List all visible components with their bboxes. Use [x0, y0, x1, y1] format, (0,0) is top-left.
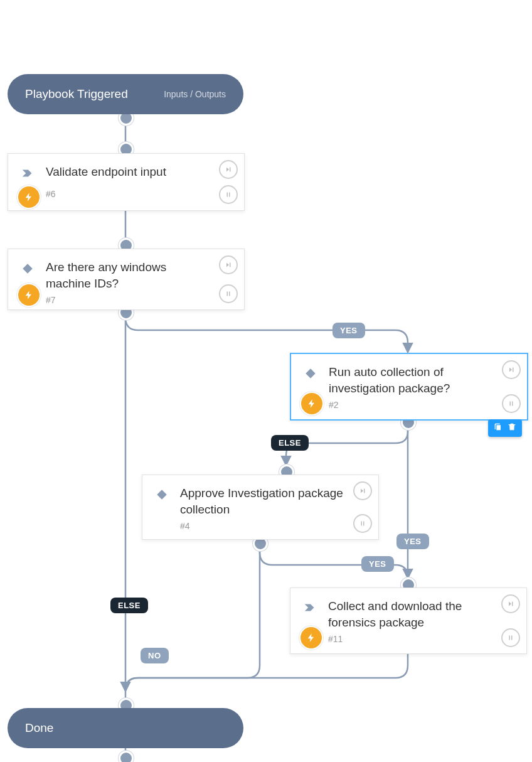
trash-icon[interactable]: [507, 422, 517, 434]
end-title: Done: [8, 721, 53, 735]
chevron-icon: [16, 161, 40, 185]
chevron-icon: [298, 596, 322, 620]
task-label: Collect and download the forensics packa…: [328, 598, 491, 630]
pause-button[interactable]: [219, 284, 238, 303]
branch-yes: YES: [332, 323, 365, 338]
svg-rect-2: [157, 490, 167, 500]
diamond-icon: [150, 483, 174, 507]
skip-button[interactable]: [501, 594, 520, 613]
pause-button[interactable]: [502, 394, 521, 413]
svg-rect-1: [306, 368, 316, 378]
task-id: #7: [46, 295, 244, 305]
task-label: Validate endpoint input: [46, 164, 209, 180]
branch-yes: YES: [396, 534, 429, 549]
pause-button[interactable]: [501, 628, 520, 647]
task-label: Run auto collection of investigation pac…: [329, 364, 492, 396]
lightning-icon: [300, 392, 324, 416]
skip-button[interactable]: [219, 160, 238, 179]
start-title: Playbook Triggered: [8, 87, 128, 101]
branch-no: NO: [141, 648, 169, 663]
condition-windows-ids[interactable]: Are there any windows machine IDs? #7: [8, 249, 245, 310]
condition-auto-collection[interactable]: Run auto collection of investigation pac…: [290, 353, 528, 421]
task-approve-collection[interactable]: Approve Investigation package collection…: [142, 475, 379, 540]
skip-button[interactable]: [502, 360, 521, 379]
start-io-link[interactable]: Inputs / Outputs: [164, 89, 243, 99]
end-node[interactable]: Done: [8, 708, 243, 748]
svg-rect-0: [23, 264, 33, 274]
task-id: #6: [46, 189, 244, 199]
lightning-icon: [17, 185, 41, 209]
start-node[interactable]: Playbook Triggered Inputs / Outputs: [8, 74, 243, 114]
pause-button[interactable]: [353, 514, 372, 533]
task-collect-forensics[interactable]: Collect and download the forensics packa…: [290, 588, 527, 654]
task-label: Are there any windows machine IDs?: [46, 259, 209, 291]
task-label: Approve Investigation package collection: [180, 485, 343, 517]
task-id: #11: [328, 634, 526, 644]
skip-button[interactable]: [353, 481, 372, 500]
task-validate-endpoint[interactable]: Validate endpoint input #6: [8, 153, 245, 211]
task-id: #4: [180, 521, 378, 531]
branch-else: ELSE: [271, 435, 309, 451]
branch-yes: YES: [361, 556, 394, 572]
pause-button[interactable]: [219, 185, 238, 204]
skip-button[interactable]: [219, 255, 238, 274]
diamond-icon: [16, 257, 40, 281]
lightning-icon: [299, 626, 323, 650]
task-id: #2: [329, 400, 527, 410]
diamond-icon: [299, 362, 322, 385]
lightning-icon: [17, 283, 41, 307]
copy-icon[interactable]: [493, 422, 503, 434]
node-action-bar: [488, 419, 522, 437]
branch-else: ELSE: [110, 598, 148, 613]
connector-dot: [119, 751, 134, 762]
